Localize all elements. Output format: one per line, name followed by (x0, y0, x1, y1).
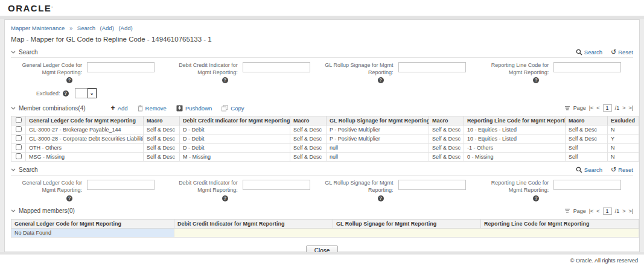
cell: MSG - Missing (26, 153, 144, 162)
breadcrumb-mapper-maintenance[interactable]: Mapper Maintenance (11, 25, 65, 31)
field-reporting-line-bottom: Reporting Line Code for Mgmt Reporting: … (477, 180, 633, 201)
member-combinations-section: Member combinations(4) + Add Remove P (11, 103, 633, 162)
column-header: Macro (429, 116, 464, 125)
cell: OTH - Others (26, 144, 144, 153)
close-button[interactable]: Close (306, 245, 339, 252)
column-header: GL Rollup Signage for Mgmt Reporting (327, 116, 429, 125)
gl-code-input-bottom[interactable] (87, 180, 155, 190)
search-icon (576, 49, 582, 55)
help-icon[interactable]: ? (533, 77, 539, 83)
close-row: Close (11, 244, 633, 252)
add-button[interactable]: + Add (111, 105, 128, 112)
current-page-input[interactable]: 1 (603, 104, 612, 112)
search-top-header[interactable]: Search Search ↺ Reset (11, 48, 633, 58)
excluded-row: Excluded: ? ⌄ (36, 88, 633, 98)
help-icon[interactable]: ? (66, 77, 72, 83)
field-label: GL Rollup Signage for Mgmt Reporting: ? (322, 62, 394, 83)
mapped-members-header[interactable]: Mapped members(0) Page |< < 1 /1 > >| (11, 206, 633, 217)
cell: Self & Desc (144, 153, 180, 162)
search-bottom-header[interactable]: Search Search ↺ Reset (11, 165, 633, 176)
cell: Self & Desc (290, 135, 327, 144)
reporting-line-input-top[interactable] (553, 62, 621, 72)
debit-credit-input-bottom[interactable] (243, 180, 310, 190)
prev-page-button[interactable]: < (596, 105, 599, 111)
help-icon[interactable]: ? (63, 90, 69, 97)
current-page-input[interactable]: 1 (603, 207, 612, 215)
breadcrumb-add-1[interactable]: (Add) (100, 25, 114, 31)
field-rollup-signage-bottom: GL Rollup Signage for Mgmt Reporting: ? (322, 180, 478, 201)
rollup-signage-input-bottom[interactable] (398, 180, 466, 190)
chevron-down-icon[interactable] (11, 51, 16, 54)
mapped-members-title: Mapped members(0) (19, 207, 75, 214)
copy-button[interactable]: Copy (222, 105, 244, 112)
field-debit-credit-top: Debit Credit Indicator for Mgmt Reportin… (167, 62, 322, 83)
gl-code-input-top[interactable] (87, 62, 155, 72)
last-page-button[interactable]: >| (628, 208, 633, 214)
table-row[interactable]: MSG - Missing Self & Desc M - Missing Se… (11, 153, 639, 162)
next-page-button[interactable]: > (622, 105, 625, 111)
next-page-button[interactable]: > (622, 208, 625, 214)
table-header-row: General Ledger Code for Mgmt Reporting M… (11, 116, 639, 125)
field-label: Reporting Line Code for Mgmt Reporting: … (477, 180, 549, 201)
page-size-icon[interactable] (564, 208, 570, 214)
search-icon (576, 166, 582, 173)
reporting-line-input-bottom[interactable] (553, 180, 621, 190)
excluded-label: Excluded: (36, 90, 60, 97)
cell: P - Positive Multiplier (327, 125, 429, 135)
chevron-down-icon[interactable] (11, 168, 16, 171)
remove-button[interactable]: Remove (138, 105, 167, 112)
cell: D - Debit (180, 125, 290, 135)
chevron-down-icon[interactable] (11, 209, 16, 212)
row-checkbox[interactable] (16, 126, 22, 132)
help-icon[interactable]: ? (378, 77, 384, 83)
breadcrumb: Mapper Maintenance » Search (Add) (Add) (11, 25, 633, 31)
pushdown-button[interactable]: Pushdown (176, 105, 212, 112)
cell: D - Debit (180, 144, 290, 153)
reset-button-top[interactable]: ↺ Reset (611, 49, 633, 55)
search-button-bottom[interactable]: Search (576, 166, 602, 173)
breadcrumb-add-2[interactable]: (Add) (118, 25, 132, 31)
breadcrumb-search[interactable]: Search (77, 25, 95, 31)
last-page-button[interactable]: >| (628, 105, 633, 111)
help-icon[interactable]: ? (533, 195, 539, 201)
help-icon[interactable]: ? (222, 77, 228, 83)
cell: M - Missing (180, 153, 290, 162)
debit-credit-input-top[interactable] (243, 62, 310, 72)
row-checkbox-cell (11, 125, 26, 135)
chevron-down-icon[interactable] (11, 107, 16, 110)
select-all-checkbox[interactable] (16, 117, 22, 123)
first-page-button[interactable]: |< (589, 105, 594, 111)
help-icon[interactable]: ? (222, 195, 228, 201)
member-combinations-header[interactable]: Member combinations(4) + Add Remove P (11, 103, 633, 113)
prev-page-button[interactable]: < (596, 208, 599, 214)
row-checkbox[interactable] (16, 153, 22, 159)
row-checkbox[interactable] (16, 135, 22, 141)
table-row[interactable]: GL-3000-28 - Corporate Debt Securities L… (11, 135, 639, 144)
column-header: Macro (144, 116, 180, 125)
table-row[interactable]: GL-3000-27 - Brokerage Payable_144 Self … (11, 125, 639, 135)
help-icon[interactable]: ? (378, 195, 384, 201)
search-button-top[interactable]: Search (576, 49, 602, 55)
rollup-signage-input-top[interactable] (398, 62, 466, 72)
reset-button-bottom[interactable]: ↺ Reset (611, 166, 633, 173)
field-label: Debit Credit Indicator for Mgmt Reportin… (167, 62, 238, 83)
dropdown-arrow-icon[interactable]: ⌄ (88, 88, 97, 98)
column-header: GL Rollup Signage for Mgmt Reporting (333, 219, 481, 228)
cell: 0 - Missing (464, 153, 566, 162)
column-header: Debit Credit Indicator for Mgmt Reportin… (180, 116, 290, 125)
page-background: Mapper Maintenance » Search (Add) (Add) … (0, 19, 644, 252)
first-page-button[interactable]: |< (589, 208, 594, 214)
pushdown-icon (176, 105, 183, 112)
excluded-select[interactable]: ⌄ (75, 88, 97, 98)
cell: Self & Desc (429, 153, 464, 162)
cell: N (608, 144, 639, 153)
row-checkbox[interactable] (16, 144, 22, 150)
help-icon[interactable]: ? (66, 195, 72, 201)
page-size-icon[interactable] (564, 106, 570, 111)
cell: Self & Desc (144, 135, 180, 144)
mapped-pagination: Page |< < 1 /1 > >| (564, 207, 633, 215)
table-row[interactable]: OTH - Others Self & Desc D - Debit Self … (11, 144, 639, 153)
cell: null (327, 144, 429, 153)
trash-icon (138, 105, 143, 112)
search-section-top: Search Search ↺ Reset General Ledger Cod… (11, 48, 633, 98)
